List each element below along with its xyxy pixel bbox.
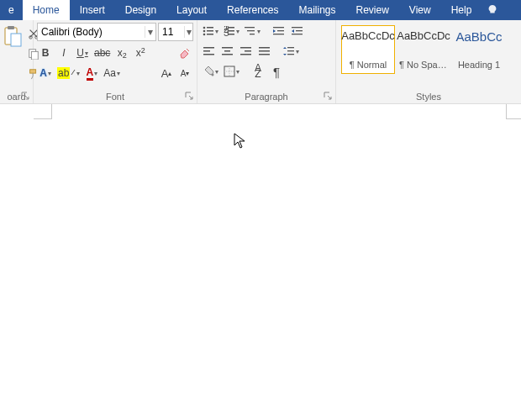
tab-layout[interactable]: Layout	[166, 0, 217, 20]
svg-rect-24	[277, 30, 284, 31]
shading-button[interactable]: ▾	[201, 63, 220, 80]
svg-rect-30	[203, 50, 210, 52]
svg-rect-1	[8, 26, 14, 29]
svg-rect-9	[207, 27, 213, 29]
tab-references[interactable]: References	[217, 0, 288, 20]
svg-rect-40	[259, 54, 270, 55]
borders-button[interactable]: ▾	[222, 63, 241, 80]
change-case-button[interactable]: Aa▾	[102, 65, 122, 81]
group-font: ▾ ▾ B I U▾ abc x2 x2 A▾ ab▾ A▾	[34, 20, 197, 103]
group-label-paragraph: Paragraph	[201, 90, 332, 103]
style-no-spacing[interactable]: AaBbCcDc ¶ No Spac...	[397, 25, 450, 74]
svg-rect-23	[273, 27, 284, 28]
tab-insert[interactable]: Insert	[70, 0, 115, 20]
svg-rect-20	[245, 27, 255, 28]
paste-button[interactable]	[3, 22, 22, 74]
numbering-button[interactable]: 123▾	[222, 23, 241, 39]
justify-button[interactable]	[256, 43, 273, 60]
svg-rect-43	[287, 54, 294, 55]
tab-review[interactable]: Review	[346, 0, 399, 20]
paragraph-launcher-icon[interactable]	[322, 90, 334, 102]
tab-mailings[interactable]: Mailings	[288, 0, 345, 20]
italic-button[interactable]: I	[55, 45, 72, 61]
lightbulb-icon[interactable]	[487, 0, 498, 20]
style-normal[interactable]: AaBbCcDc ¶ Normal	[341, 25, 395, 74]
svg-rect-2	[11, 34, 21, 46]
align-left-button[interactable]	[201, 43, 218, 60]
svg-rect-38	[259, 47, 270, 49]
text-effects-button[interactable]: A▾	[37, 65, 54, 81]
multilevel-list-button[interactable]: ▾	[243, 23, 262, 39]
tab-view[interactable]: View	[399, 0, 441, 20]
align-center-button[interactable]	[219, 43, 236, 60]
group-label-styles: Styles	[339, 90, 518, 103]
svg-rect-27	[296, 30, 303, 31]
ribbon-tab-bar: e Home Insert Design Layout References M…	[0, 0, 521, 20]
svg-rect-39	[259, 50, 270, 52]
svg-rect-21	[247, 30, 255, 31]
svg-rect-28	[292, 34, 303, 34]
sort-button[interactable]: AZ	[250, 63, 266, 80]
style-preview: AaBbCcDc	[341, 29, 395, 42]
style-heading-1[interactable]: AaBbCc Heading 1	[452, 25, 506, 74]
style-name: Heading 1	[455, 60, 503, 70]
highlight-button[interactable]: ab▾	[55, 65, 82, 81]
ruler	[0, 104, 521, 119]
underline-button[interactable]: U▾	[74, 45, 91, 61]
clipboard-launcher-icon[interactable]	[19, 90, 31, 102]
align-right-button[interactable]	[238, 43, 255, 60]
tab-home[interactable]: Home	[23, 0, 70, 20]
font-size-dropdown-icon[interactable]: ▾	[184, 26, 192, 38]
style-preview: AaBbCc	[455, 29, 502, 44]
grow-font-button[interactable]: A▴	[158, 65, 175, 81]
font-size-input[interactable]	[159, 26, 184, 38]
shrink-font-button[interactable]: A▾	[176, 65, 193, 81]
font-color-button[interactable]: A▾	[83, 65, 100, 81]
tab-design[interactable]: Design	[115, 0, 166, 20]
svg-rect-33	[224, 50, 230, 52]
clear-formatting-icon[interactable]	[176, 45, 193, 61]
bullets-button[interactable]: ▾	[201, 23, 220, 39]
svg-rect-41	[287, 47, 294, 48]
svg-rect-22	[250, 34, 255, 34]
bold-button[interactable]: B	[37, 45, 54, 61]
font-size-combo[interactable]: ▾	[158, 23, 193, 41]
subscript-button[interactable]: x2	[113, 45, 130, 61]
line-spacing-button[interactable]: ▾	[282, 43, 301, 60]
ribbon: oard ▾ ▾ B I U▾ abc x2	[0, 20, 521, 104]
style-name: ¶ No Spac...	[399, 60, 448, 70]
strikethrough-button[interactable]: abc	[92, 45, 112, 61]
font-name-dropdown-icon[interactable]: ▾	[145, 26, 155, 38]
superscript-button[interactable]: x2	[132, 45, 149, 61]
svg-rect-42	[287, 50, 294, 51]
font-name-input[interactable]	[38, 26, 145, 38]
group-label-font: Font	[37, 90, 193, 103]
svg-point-8	[203, 27, 206, 29]
svg-rect-37	[240, 54, 251, 55]
svg-point-44	[212, 74, 214, 76]
group-paragraph: ▾ 123▾ ▾ ▾ ▾ ▾ AZ ¶	[197, 20, 336, 103]
style-preview: AaBbCcDc	[397, 29, 450, 42]
font-launcher-icon[interactable]	[183, 90, 195, 102]
font-name-combo[interactable]: ▾	[37, 23, 156, 41]
group-clipboard: oard	[0, 20, 34, 103]
svg-point-12	[203, 34, 206, 36]
style-gallery[interactable]: AaBbCcDc ¶ Normal AaBbCcDc ¶ No Spac... …	[339, 22, 518, 74]
svg-rect-36	[245, 50, 251, 52]
tab-help[interactable]: Help	[441, 0, 482, 20]
group-styles: AaBbCcDc ¶ Normal AaBbCcDc ¶ No Spac... …	[336, 20, 521, 103]
show-hide-button[interactable]: ¶	[268, 63, 285, 80]
increase-indent-button[interactable]	[289, 23, 306, 39]
svg-rect-35	[240, 47, 251, 49]
decrease-indent-button[interactable]	[271, 23, 287, 39]
tabs: e Home Insert Design Layout References M…	[3, 0, 498, 20]
tab-file[interactable]: e	[3, 0, 23, 20]
svg-rect-29	[203, 47, 214, 49]
svg-rect-26	[292, 27, 303, 28]
document-area[interactable]	[0, 104, 521, 420]
svg-rect-31	[203, 54, 214, 55]
svg-rect-13	[207, 34, 213, 35]
page-corner-right	[506, 104, 521, 119]
svg-point-10	[203, 30, 206, 33]
svg-rect-25	[273, 34, 284, 34]
